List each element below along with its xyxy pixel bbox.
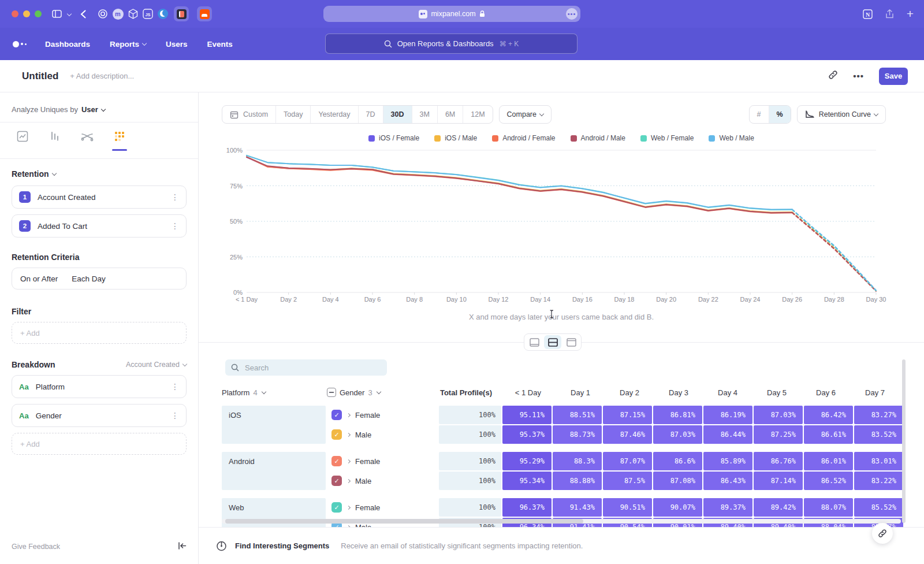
give-feedback-link[interactable]: Give Feedback: [12, 543, 60, 551]
layout-chart-only-button[interactable]: [526, 335, 543, 349]
zoom-window-button[interactable]: [35, 10, 42, 17]
range-yesterday[interactable]: Yesterday: [311, 106, 358, 123]
retention-value-cell[interactable]: 88.73%: [553, 425, 602, 444]
range-12m[interactable]: 12M: [463, 106, 492, 123]
tab-flows[interactable]: [77, 128, 97, 145]
retention-step-1[interactable]: 1 Account Created ⋮: [12, 185, 187, 209]
breakdown-platform[interactable]: Aa Platform ⋮: [12, 375, 187, 398]
retention-value-cell[interactable]: 88.88%: [553, 472, 602, 490]
legend-item[interactable]: iOS / Male: [434, 134, 477, 142]
series-line-web-female[interactable]: [792, 210, 876, 291]
retention-step-2[interactable]: 2 Added To Cart ⋮: [12, 214, 187, 238]
nav-item-dashboards[interactable]: Dashboards: [45, 40, 90, 49]
step-menu-button[interactable]: ⋮: [171, 222, 179, 230]
day-column-header[interactable]: Day 4: [698, 388, 747, 397]
day-column-header[interactable]: Day 2: [599, 388, 649, 397]
platform-column-header[interactable]: Platform4: [222, 388, 327, 397]
range-30d[interactable]: 30D: [383, 106, 412, 123]
retention-value-cell[interactable]: 90.07%: [653, 498, 702, 517]
day-column-header[interactable]: Day 3: [649, 388, 698, 397]
criteria-mode[interactable]: On or After: [20, 274, 58, 283]
retention-value-cell[interactable]: 88.07%: [804, 498, 853, 517]
retention-value-cell[interactable]: 86.61%: [804, 425, 853, 444]
series-line-android-female[interactable]: [792, 213, 876, 291]
criteria-interval[interactable]: Each Day: [72, 274, 106, 283]
expand-row-icon[interactable]: [346, 505, 351, 509]
horizontal-scrollbar[interactable]: [222, 519, 901, 524]
retention-value-cell[interactable]: 87.14%: [754, 472, 803, 490]
nav-item-reports[interactable]: Reports: [110, 40, 146, 49]
gender-column-header[interactable]: Gender3: [327, 388, 439, 397]
tab-notebook-icon[interactable]: [174, 6, 189, 21]
day-column-header[interactable]: Day 6: [796, 388, 845, 397]
share-icon[interactable]: [885, 9, 894, 19]
back-button[interactable]: [80, 10, 86, 18]
retention-value-cell[interactable]: 83.52%: [854, 425, 903, 444]
retention-value-cell[interactable]: 95.34%: [502, 472, 552, 490]
share-link-fab[interactable]: [872, 523, 893, 544]
retention-criteria-selector[interactable]: On or After Each Day: [12, 268, 187, 290]
chart-type-selector[interactable]: Retention Curve: [797, 105, 886, 124]
unit-percent-button[interactable]: %: [769, 106, 791, 123]
day-column-header[interactable]: < 1 Day: [501, 388, 550, 397]
nav-item-events[interactable]: Events: [207, 40, 233, 49]
retention-value-cell[interactable]: 86.01%: [804, 452, 853, 470]
scrollbar-thumb[interactable]: [225, 519, 583, 524]
legend-item[interactable]: Android / Male: [571, 134, 625, 142]
breakdown-gender[interactable]: Aa Gender ⋮: [12, 404, 187, 427]
retention-value-cell[interactable]: 87.5%: [603, 472, 652, 490]
range-custom[interactable]: Custom: [222, 106, 276, 123]
add-filter-button[interactable]: + Add: [12, 322, 187, 344]
retention-value-cell[interactable]: 86.76%: [754, 452, 803, 470]
more-actions-button[interactable]: •••: [853, 71, 864, 81]
row-checkbox[interactable]: ✓: [331, 502, 342, 513]
copy-link-icon[interactable]: [828, 70, 838, 82]
retention-value-cell[interactable]: 85.89%: [703, 452, 752, 470]
retention-section-header[interactable]: Retention: [12, 169, 187, 179]
legend-item[interactable]: Android / Female: [492, 134, 555, 142]
expand-row-icon[interactable]: [346, 432, 351, 436]
chevron-down-icon[interactable]: [68, 12, 71, 16]
retention-value-cell[interactable]: 86.81%: [653, 406, 702, 424]
retention-value-cell[interactable]: 83.22%: [854, 472, 903, 490]
step-menu-button[interactable]: ⋮: [171, 193, 179, 201]
table-search-input[interactable]: [244, 363, 371, 373]
retention-value-cell[interactable]: 87.46%: [603, 425, 652, 444]
tab-insights[interactable]: [13, 128, 32, 145]
range-7d[interactable]: 7D: [359, 106, 383, 123]
layout-split-button[interactable]: [544, 335, 561, 349]
close-window-button[interactable]: [12, 10, 18, 17]
range-6m[interactable]: 6M: [438, 106, 463, 123]
retention-value-cell[interactable]: 95.37%: [502, 425, 552, 444]
tab-globe-icon[interactable]: [155, 6, 170, 21]
retention-value-cell[interactable]: 96.37%: [502, 498, 552, 517]
retention-value-cell[interactable]: 83.27%: [854, 406, 903, 424]
retention-value-cell[interactable]: 90.51%: [603, 498, 652, 517]
retention-value-cell[interactable]: 86.44%: [703, 425, 752, 444]
retention-value-cell[interactable]: 87.03%: [754, 406, 803, 424]
day-column-header[interactable]: Day 5: [747, 388, 796, 397]
legend-item[interactable]: Web / Female: [640, 134, 694, 142]
tab-cube-icon[interactable]: [125, 6, 140, 21]
tab-js-icon[interactable]: JS: [140, 6, 155, 21]
retention-value-cell[interactable]: 86.6%: [653, 452, 702, 470]
range-3m[interactable]: 3M: [412, 106, 438, 123]
tab-avatar-icon[interactable]: m: [110, 6, 125, 21]
retention-value-cell[interactable]: 87.08%: [653, 472, 702, 490]
retention-value-cell[interactable]: 88.51%: [553, 406, 602, 424]
global-search[interactable]: Open Reports & Dashboards ⌘ + K: [325, 34, 578, 54]
layout-table-only-button[interactable]: [562, 335, 580, 349]
tab-soundcloud-icon[interactable]: [197, 6, 212, 21]
new-tab-button[interactable]: +: [907, 7, 914, 21]
unit-number-button[interactable]: #: [750, 106, 769, 123]
retention-value-cell[interactable]: 87.25%: [754, 425, 803, 444]
retention-value-cell[interactable]: 86.43%: [703, 472, 752, 490]
mixpanel-logo[interactable]: [13, 41, 27, 47]
legend-item[interactable]: Web / Male: [709, 134, 754, 142]
tab-funnels[interactable]: [45, 128, 65, 145]
retention-value-cell[interactable]: 86.52%: [804, 472, 853, 490]
url-bar[interactable]: mixpanel.com •••: [323, 6, 580, 22]
minimize-window-button[interactable]: [23, 10, 30, 17]
expand-row-icon[interactable]: [346, 478, 351, 483]
retention-value-cell[interactable]: 91.43%: [553, 498, 602, 517]
